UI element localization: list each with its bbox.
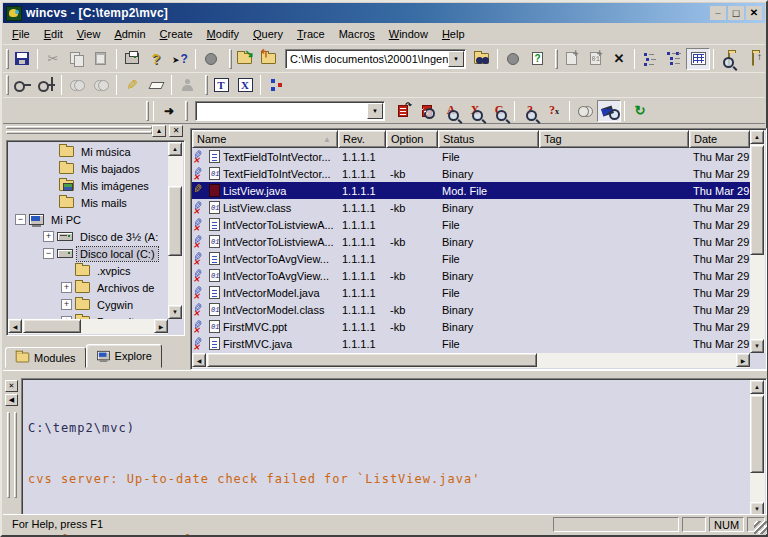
menu-window[interactable]: Window — [382, 26, 435, 42]
text-flag-button[interactable]: T — [209, 74, 233, 96]
tree-item[interactable]: .xvpics — [9, 262, 167, 279]
status-query-button[interactable]: X — [463, 100, 487, 122]
tree-item[interactable]: Mis imágenes — [9, 177, 167, 194]
tab-explore[interactable]: Explore — [86, 344, 162, 368]
tree-view-button[interactable] — [662, 48, 686, 70]
refresh-button[interactable] — [628, 100, 652, 122]
menu-create[interactable]: Create — [153, 26, 200, 42]
scroll-right-button[interactable]: ▶ — [736, 353, 750, 367]
file-row[interactable]: FirstMVC.java1.1.1.1FileThu Mar 29 — [192, 335, 750, 352]
column-header-tag[interactable]: Tag — [539, 130, 689, 148]
checkin-button[interactable]: ↰ — [257, 48, 281, 70]
menu-file[interactable]: File — [5, 26, 37, 42]
tree-item-selected[interactable]: Disco local (C:) — [9, 245, 167, 262]
log-pen-button[interactable] — [597, 100, 621, 122]
path-combobox[interactable]: C:\Mis documentos\20001\Ingenieria ▼ — [285, 49, 466, 69]
browse-log-button[interactable] — [573, 100, 597, 122]
close-button[interactable] — [746, 6, 762, 20]
graph-button[interactable] — [264, 74, 288, 96]
print-button[interactable] — [120, 48, 144, 70]
column-header-status[interactable]: Status — [438, 130, 539, 148]
dock-header[interactable]: ▴ ✕ — [3, 124, 188, 139]
tree-item[interactable]: Disco de 3½ (A: — [9, 228, 167, 245]
tree-item[interactable]: Mi música — [9, 143, 167, 160]
console-output[interactable]: C:\temp2\mvc) cvs server: Up-to-date che… — [21, 378, 767, 518]
diff-button[interactable] — [415, 100, 439, 122]
scroll-down-button[interactable]: ▼ — [750, 339, 764, 353]
menu-modify[interactable]: Modify — [200, 26, 246, 42]
query-cancel-button[interactable]: ?x — [542, 100, 566, 122]
add-file-button[interactable] — [559, 48, 583, 70]
list-view-button[interactable] — [686, 48, 710, 70]
up-one-level-button[interactable]: ↑ — [741, 48, 765, 70]
file-row[interactable]: IntVectorToAvgView...1.1.1.1FileThu Mar … — [192, 250, 750, 267]
menu-macros[interactable]: Macros — [332, 26, 382, 42]
save-button[interactable] — [10, 48, 34, 70]
scroll-up-button[interactable]: ▲ — [168, 142, 182, 156]
file-row[interactable]: FirstMVC.ppt1.1.1.1-kbBinaryThu Mar 29 — [192, 318, 750, 335]
expand-icon[interactable] — [43, 231, 54, 242]
expand-icon[interactable] — [61, 282, 72, 293]
browse-location-button[interactable] — [470, 48, 494, 70]
unedit-button[interactable] — [144, 74, 168, 96]
output-vertical-scrollbar[interactable]: ▲ ▼ — [750, 380, 765, 516]
delete-button[interactable] — [607, 48, 631, 70]
add-binary-button[interactable] — [583, 48, 607, 70]
scrollbar-thumb[interactable] — [207, 353, 537, 367]
dock-pin-button[interactable]: ▴ — [152, 125, 166, 137]
binary-flag-button[interactable]: X — [233, 74, 257, 96]
annotate-button[interactable]: A — [439, 100, 463, 122]
menu-help[interactable]: Help — [435, 26, 472, 42]
tree-vertical-scrollbar[interactable]: ▲ ▼ — [168, 142, 183, 319]
scroll-down-button[interactable]: ▼ — [168, 305, 182, 319]
column-header-name[interactable]: Name▲ — [192, 130, 338, 148]
path-combobox-dropdown[interactable]: ▼ — [448, 51, 464, 67]
scroll-left-button[interactable]: ◀ — [8, 319, 22, 333]
menu-trace[interactable]: Trace — [290, 26, 332, 42]
menu-view[interactable]: View — [70, 26, 108, 42]
flat-view-button[interactable] — [638, 48, 662, 70]
collapse-icon[interactable] — [43, 248, 54, 259]
scrollbar-thumb[interactable] — [750, 145, 764, 255]
scroll-right-button[interactable]: ▶ — [154, 319, 168, 333]
tree-item[interactable]: Archivos de — [9, 279, 167, 296]
tree-item[interactable]: Mis bajados — [9, 160, 167, 177]
filter-combobox-dropdown[interactable]: ▼ — [367, 103, 383, 119]
cut-button[interactable] — [41, 48, 65, 70]
jump-button[interactable] — [157, 100, 181, 122]
file-row[interactable]: TextFieldToIntVector...1.1.1.1FileThu Ma… — [192, 148, 750, 165]
output-collapse-button[interactable]: ◀ — [5, 394, 18, 406]
release-button[interactable] — [175, 74, 199, 96]
minimize-button[interactable] — [710, 6, 726, 20]
file-row[interactable]: ListView.class1.1.1.1-kbBinaryThu Mar 29 — [192, 199, 750, 216]
resize-grip[interactable] — [754, 521, 767, 534]
panel-splitter[interactable] — [3, 370, 767, 378]
checkout-button[interactable]: ↘ — [233, 48, 257, 70]
scroll-up-button[interactable]: ▲ — [750, 130, 764, 144]
menu-query[interactable]: Query — [246, 26, 290, 42]
tree-horizontal-scrollbar[interactable]: ◀ ▶ — [8, 319, 168, 334]
tree-item[interactable]: Mis mails — [9, 194, 167, 211]
column-header-option[interactable]: Option — [386, 130, 438, 148]
filter-combobox[interactable]: ▼ — [195, 101, 385, 121]
file-row[interactable]: IntVectorModel.class1.1.1.1-kbBinaryThu … — [192, 301, 750, 318]
context-help-button[interactable] — [168, 48, 192, 70]
search-button[interactable] — [717, 48, 741, 70]
list-vertical-scrollbar[interactable]: ▲ ▼ — [750, 130, 765, 353]
logout-button[interactable] — [34, 74, 58, 96]
stop-button[interactable] — [199, 48, 223, 70]
tree-item-my-pc[interactable]: Mi PC — [9, 211, 167, 228]
scrollbar-thumb[interactable] — [750, 395, 764, 473]
tree-item[interactable]: Cygwin — [9, 296, 167, 313]
edit-button[interactable] — [120, 74, 144, 96]
dock-close-button[interactable]: ✕ — [169, 125, 183, 137]
file-row[interactable]: IntVectorToListviewA...1.1.1.1-kbBinaryT… — [192, 233, 750, 250]
scroll-up-button[interactable]: ▲ — [750, 380, 764, 394]
maximize-button[interactable] — [728, 6, 744, 20]
file-row[interactable]: IntVectorToListviewA...1.1.1.1FileThu Ma… — [192, 216, 750, 233]
help-file-button[interactable] — [525, 48, 549, 70]
file-row[interactable]: TextFieldToIntVector...1.1.1.1-kbBinaryT… — [192, 165, 750, 182]
query-help-button[interactable]: ? — [518, 100, 542, 122]
tab-modules[interactable]: Modules — [5, 347, 86, 368]
expand-icon[interactable] — [61, 299, 72, 310]
